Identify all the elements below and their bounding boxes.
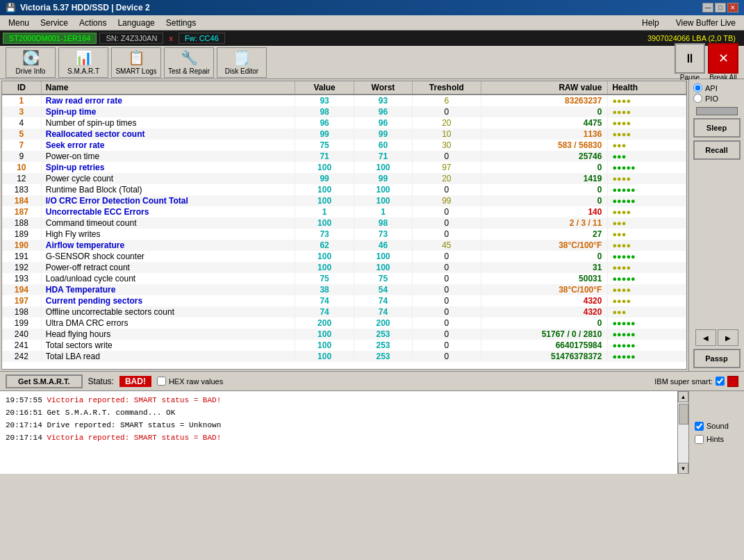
cell-name[interactable]: Spin-up time [41,106,295,117]
device-lba: 3907024066 LBA (2,0 TB) [647,34,741,42]
minimize-button[interactable]: — [702,3,713,13]
cell-health: ●●●● [608,240,686,251]
recall-button[interactable]: Recall [693,140,741,160]
hex-checkbox[interactable]: HEX raw values [157,377,223,386]
cell-health: ●●●●● [608,351,686,362]
close-button[interactable]: ✕ [727,3,738,13]
cell-raw: 38°C/100°F [481,240,608,251]
cell-value: 100 [295,262,354,273]
table-row: 241Total sectors write10025306640175984●… [2,340,686,351]
cell-id: 241 [2,340,41,351]
menu-language[interactable]: Language [112,17,160,29]
cell-treshold: 0 [413,351,481,362]
menu-service[interactable]: Service [35,17,74,29]
mini-btn-2[interactable]: ▶ [718,329,738,346]
cell-value: 100 [295,217,354,229]
cell-id: 5 [2,129,41,140]
cell-value: 100 [295,162,354,173]
cell-worst: 253 [354,329,412,340]
ibm-smart-area: IBM super smart: [654,376,738,387]
cell-value: 99 [295,173,354,184]
cell-name[interactable]: Seek error rate [41,140,295,151]
smart-logs-button[interactable]: 📋 SMART Logs [111,47,161,78]
cell-treshold: 0 [413,206,481,217]
cell-name[interactable]: HDA Temperature [41,284,295,295]
cell-health: ●●●● [608,295,686,306]
cell-treshold: 20 [413,117,481,129]
cell-worst: 1 [354,206,412,217]
cell-name[interactable]: I/O CRC Error Detection Count Total [41,195,295,206]
menu-settings[interactable]: Settings [160,17,201,29]
cell-health: ●●●● [608,106,686,117]
sidebar-progress [696,107,738,115]
hex-checkbox-input[interactable] [157,377,166,386]
sound-checkbox[interactable]: Sound [695,422,738,431]
passp-button[interactable]: Passp [693,349,741,368]
cell-name[interactable]: Uncorrectable ECC Errors [41,206,295,217]
cell-health: ●●● [608,140,686,151]
table-row: 197Current pending sectors747404320●●●● [2,295,686,306]
cell-raw: 583 / 56830 [481,140,608,151]
ibm-smart-checkbox[interactable] [716,377,725,386]
status-label: Status: [88,377,114,386]
get-smart-button[interactable]: Get S.M.A.R.T. [6,374,83,388]
cell-id: 191 [2,251,41,262]
menu-view-buffer[interactable]: View Buffer Live [670,17,741,29]
cell-name: Power-on time [41,151,295,162]
cell-treshold: 97 [413,162,481,173]
cell-raw: 25746 [481,151,608,162]
cell-raw: 2 / 3 / 11 [481,217,608,229]
cell-name[interactable]: Current pending sectors [41,295,295,306]
menu-help[interactable]: Help [636,17,665,29]
cell-name[interactable]: Reallocated sector count [41,129,295,140]
cell-worst: 253 [354,351,412,362]
cell-name[interactable]: Raw read error rate [41,94,295,106]
cell-raw: 1419 [481,173,608,184]
hints-checkbox-input[interactable] [695,435,704,444]
menu-menu[interactable]: Menu [3,17,35,29]
cell-worst: 74 [354,295,412,306]
maximize-button[interactable]: □ [715,3,726,13]
drive-info-button[interactable]: 💽 Drive Info [6,47,56,78]
status-bar: Get S.M.A.R.T. Status: BAD! HEX raw valu… [0,371,744,390]
device-model[interactable]: ST2000DM001-1ER164 [3,33,97,44]
smart-button[interactable]: 📊 S.M.A.R.T [58,47,108,78]
cell-name[interactable]: Airflow temperature [41,240,295,251]
device-sn-close[interactable]: x [166,34,176,42]
smart-table: ID Name Value Worst Treshold RAW value H… [1,81,687,370]
scroll-thumb[interactable] [679,404,688,425]
disk-editor-button[interactable]: 🗒️ Disk Editor [217,47,267,78]
scroll-up-button[interactable]: ▲ [678,391,688,402]
hints-checkbox[interactable]: Hints [695,435,738,444]
cell-worst: 100 [354,162,412,173]
cell-treshold: 45 [413,240,481,251]
cell-worst: 60 [354,140,412,151]
cell-value: 74 [295,295,354,306]
pio-radio[interactable]: PIO [693,94,740,103]
cell-treshold: 0 [413,340,481,351]
cell-id: 183 [2,184,41,195]
cell-worst: 96 [354,106,412,117]
cell-name[interactable]: Spin-up retries [41,162,295,173]
cell-id: 197 [2,295,41,306]
break-button[interactable]: ✕ [708,43,738,74]
cell-health: ●●● [608,306,686,318]
pause-button[interactable]: ⏸ [675,43,705,74]
sleep-button[interactable]: Sleep [693,118,741,138]
api-radio[interactable]: API [693,83,740,92]
cell-worst: 99 [354,173,412,184]
cell-value: 38 [295,284,354,295]
cell-id: 187 [2,206,41,217]
table-row: 3Spin-up time989600●●●● [2,106,686,117]
cell-treshold: 0 [413,306,481,318]
table-row: 187Uncorrectable ECC Errors110140●●●● [2,206,686,217]
test-repair-button[interactable]: 🔧 Test & Repair [164,47,214,78]
mode-radio-group: API PIO [692,82,741,104]
mini-btn-1[interactable]: ◀ [695,329,716,346]
menu-actions[interactable]: Actions [74,17,112,29]
sound-checkbox-input[interactable] [695,422,704,431]
cell-id: 189 [2,229,41,240]
cell-raw: 50031 [481,273,608,284]
cell-raw: 51476378372 [481,351,608,362]
scroll-down-button[interactable]: ▼ [678,463,688,474]
